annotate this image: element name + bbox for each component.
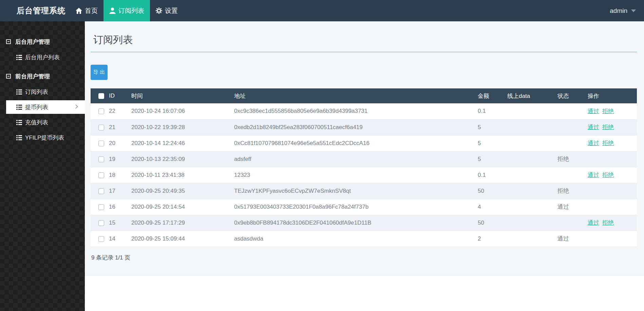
list-icon	[16, 120, 22, 125]
column-header-amount: 金额	[478, 88, 507, 103]
reject-link[interactable]: 拒绝	[602, 140, 614, 146]
cell-online-data	[507, 103, 557, 119]
cell-actions: 通过拒绝	[588, 215, 637, 231]
content-panel: 订阅列表 导 出 ID 时间 地址 金额 线上data 状态	[85, 21, 644, 276]
nav-item-label: 订阅列表	[118, 6, 144, 15]
approve-link[interactable]: 通过	[588, 108, 599, 115]
cell-time: 2020-10-14 12:24:46	[131, 135, 234, 151]
sidebar-section-backend-users[interactable]: 后台用户管理	[0, 35, 85, 48]
sidebar-item-withdrawal-list[interactable]: 提币列表	[6, 100, 85, 114]
list-icon	[16, 89, 22, 95]
cell-online-data	[507, 183, 557, 199]
cell-status	[557, 215, 588, 231]
row-checkbox[interactable]	[98, 204, 104, 210]
cell-amount: 0.1	[478, 167, 507, 183]
cell-address: 12323	[234, 167, 478, 183]
cell-status	[557, 135, 588, 151]
cell-actions	[588, 199, 637, 215]
collapse-minus-icon	[6, 39, 11, 44]
records-table: ID 时间 地址 金额 线上data 状态 操作 22 2020-10-24 1…	[91, 88, 637, 247]
sidebar-section-frontend-users[interactable]: 前台用户管理	[0, 69, 85, 83]
column-header-status: 状态	[557, 88, 588, 103]
table-row: 22 2020-10-24 16:07:06 0xc9c386ec1d55585…	[91, 103, 637, 119]
list-icon	[16, 105, 22, 110]
cell-online-data	[507, 135, 557, 151]
user-icon	[109, 7, 116, 14]
reject-link[interactable]: 拒绝	[602, 172, 614, 178]
cell-actions: 通过拒绝	[588, 119, 637, 135]
row-checkbox[interactable]	[98, 108, 104, 114]
reject-link[interactable]: 拒绝	[602, 108, 614, 115]
username: admin	[610, 7, 627, 15]
cell-amount: 5	[478, 135, 507, 151]
nav-item-home[interactable]: 首页	[70, 0, 103, 21]
row-checkbox[interactable]	[98, 236, 104, 242]
table-header-row: ID 时间 地址 金额 线上data 状态 操作	[91, 88, 637, 103]
column-header-online-data: 线上data	[507, 88, 557, 103]
sidebar-item-deposit-list[interactable]: 充值列表	[0, 116, 85, 129]
gear-icon	[156, 7, 162, 14]
row-checkbox[interactable]	[98, 125, 104, 130]
row-checkbox[interactable]	[98, 220, 104, 226]
chevron-right-icon	[74, 104, 78, 109]
column-header-actions: 操作	[588, 88, 637, 103]
cell-time: 2020-10-24 16:07:06	[131, 103, 234, 119]
row-checkbox[interactable]	[98, 141, 104, 146]
cell-address: 0xedb2d1b8249bf25ea283f060700511caecf6a4…	[234, 119, 478, 135]
column-header-id: ID	[109, 88, 131, 103]
sidebar-section-label: 后台用户管理	[15, 38, 50, 46]
nav-item-settings[interactable]: 设置	[150, 0, 184, 21]
reject-link[interactable]: 拒绝	[602, 220, 614, 226]
sidebar-item-backend-user-list[interactable]: 后台用户列表	[0, 50, 85, 64]
approve-link[interactable]: 通过	[588, 124, 599, 130]
row-checkbox[interactable]	[98, 172, 104, 178]
cell-amount: 50	[478, 215, 507, 231]
approve-link[interactable]: 通过	[588, 140, 599, 146]
cell-time: 2020-09-25 15:09:44	[131, 231, 234, 247]
reject-link[interactable]: 拒绝	[602, 124, 614, 130]
row-checkbox[interactable]	[98, 188, 104, 194]
cell-online-data	[507, 119, 557, 135]
cell-amount: 50	[478, 183, 507, 199]
cell-address: 0xCc81f107079681074e96e5e5a551cEdc2CDccA…	[234, 135, 478, 151]
table-row: 20 2020-10-14 12:24:46 0xCc81f1070796810…	[91, 135, 637, 151]
nav-item-label: 首页	[85, 6, 98, 15]
sidebar-item-subscription-list[interactable]: 订阅列表	[0, 85, 85, 99]
row-checkbox[interactable]	[98, 157, 104, 162]
export-button[interactable]: 导 出	[91, 65, 108, 80]
cell-status	[557, 103, 588, 119]
cell-id: 18	[109, 167, 131, 183]
cell-online-data	[507, 167, 557, 183]
sidebar-item-label: 订阅列表	[25, 88, 48, 96]
sidebar-item-yfilp-withdrawal-list[interactable]: YFILP提币列表	[0, 131, 85, 144]
cell-address: adsfeff	[234, 151, 478, 167]
cell-online-data	[507, 215, 557, 231]
sidebar-item-label: 充值列表	[25, 119, 48, 126]
cell-address: 0xc9c386ec1d555856ba805e6e9a6b39d4399a37…	[234, 103, 478, 119]
approve-link[interactable]: 通过	[588, 172, 599, 178]
cell-time: 2020-10-22 19:39:28	[131, 119, 234, 135]
cell-amount: 4	[478, 199, 507, 215]
cell-online-data	[507, 231, 557, 247]
sidebar-section-label: 前台用户管理	[15, 72, 50, 80]
cell-time: 2020-09-25 20:14:54	[131, 199, 234, 215]
main-nav: 首页 订阅列表 设置	[70, 0, 184, 21]
cell-id: 20	[109, 135, 131, 151]
collapse-minus-icon	[6, 74, 11, 79]
user-menu[interactable]: admin	[610, 0, 644, 21]
select-all-checkbox[interactable]	[98, 93, 104, 99]
nav-item-subscription-list[interactable]: 订阅列表	[103, 0, 150, 21]
cell-id: 15	[109, 215, 131, 231]
cell-id: 21	[109, 119, 131, 135]
cell-id: 14	[109, 231, 131, 247]
cell-time: 2020-09-25 20:49:35	[131, 183, 234, 199]
cell-online-data	[507, 199, 557, 215]
home-icon	[76, 8, 82, 14]
cell-amount: 5	[478, 119, 507, 135]
approve-link[interactable]: 通过	[588, 220, 599, 226]
table-row: 19 2020-10-13 22:35:09 adsfeff 5 拒绝	[91, 151, 637, 167]
list-icon	[16, 55, 22, 60]
title-divider	[91, 52, 637, 52]
cell-time: 2020-10-11 23:41:38	[131, 167, 234, 183]
cell-address: TEJzwY1KPFyasvc6oECvpZW7eSmknSV8qt	[234, 183, 478, 199]
